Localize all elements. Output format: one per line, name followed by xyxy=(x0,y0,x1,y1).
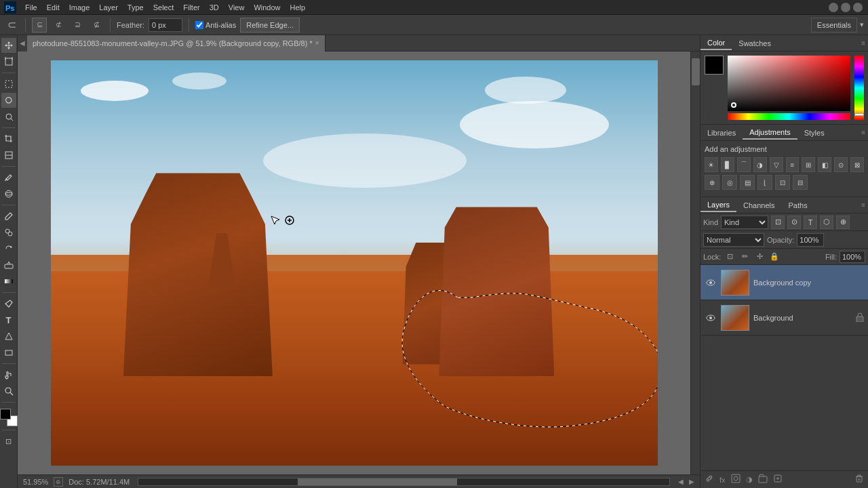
layer-filter-smart[interactable]: ⊕ xyxy=(836,216,850,229)
tool-pen[interactable] xyxy=(1,296,16,311)
layer-mask-button[interactable] xyxy=(731,474,741,485)
color-swatches-widget[interactable] xyxy=(0,409,18,426)
tool-eyedropper[interactable] xyxy=(1,170,16,185)
menu-3d[interactable]: 3D xyxy=(205,2,224,13)
menu-window[interactable]: Window xyxy=(249,2,285,13)
document-tab-close[interactable]: × xyxy=(315,39,319,47)
feather-input[interactable] xyxy=(149,18,182,32)
layer-visibility-background[interactable] xyxy=(705,312,717,324)
adj-brightness-contrast[interactable]: ☀ xyxy=(705,157,718,172)
adj-bw[interactable]: ◧ xyxy=(818,157,831,172)
tool-gradient[interactable] xyxy=(1,274,16,289)
tool-screen-mode[interactable]: ⊡ xyxy=(1,434,16,449)
tool-slice[interactable] xyxy=(1,148,16,163)
close-button[interactable] xyxy=(853,3,863,12)
menu-view[interactable]: View xyxy=(224,2,250,13)
lasso-variant-4[interactable]: ⊈ xyxy=(89,18,104,33)
tool-brush[interactable] xyxy=(1,209,16,224)
anti-alias-checkbox[interactable] xyxy=(195,21,203,29)
tool-lasso[interactable] xyxy=(1,93,16,108)
foreground-color-swatch[interactable] xyxy=(0,409,11,420)
color-hue-slider[interactable] xyxy=(728,113,850,120)
lock-all-icon[interactable]: 🔒 xyxy=(768,251,781,263)
layer-delete-button[interactable] xyxy=(854,474,864,485)
lasso-variant-1[interactable]: ⊆ xyxy=(32,18,47,33)
canvas-vertical-scrollbar[interactable] xyxy=(690,52,700,474)
color-hue-bar-vertical[interactable] xyxy=(854,56,864,120)
tool-quick-select[interactable] xyxy=(1,109,16,124)
active-color-swatch[interactable] xyxy=(705,56,724,75)
layer-filter-pixel[interactable]: ⊡ xyxy=(771,216,785,229)
color-gradient-picker[interactable] xyxy=(728,56,850,111)
lasso-variant-3[interactable]: ⊇ xyxy=(70,18,85,33)
tab-paths[interactable]: Paths xyxy=(782,199,814,211)
tool-clone-stamp[interactable] xyxy=(1,225,16,240)
layer-fx-button[interactable]: fx xyxy=(719,476,726,484)
layers-kind-select[interactable]: Kind xyxy=(721,216,768,229)
adj-color-lookup[interactable]: ⊕ xyxy=(705,175,719,190)
canvas-wrapper[interactable] xyxy=(18,52,690,474)
tool-zoom[interactable] xyxy=(1,384,16,399)
layer-item-background-copy[interactable]: Background copy xyxy=(701,265,868,300)
lock-move-icon[interactable]: ✢ xyxy=(753,251,766,263)
adj-photo-filter[interactable]: ⊙ xyxy=(834,157,848,172)
tool-move[interactable] xyxy=(1,38,16,53)
layer-adj-button[interactable]: ◑ xyxy=(746,475,753,484)
tab-adjustments[interactable]: Adjustments xyxy=(743,126,797,140)
tool-crop[interactable] xyxy=(1,131,16,146)
lasso-variant-2[interactable]: ⊄ xyxy=(51,18,66,33)
adj-levels[interactable]: ▊ xyxy=(721,157,734,172)
layer-new-button[interactable] xyxy=(773,474,783,485)
canvas-horizontal-scrollbar[interactable] xyxy=(138,478,670,486)
refine-edge-button[interactable]: Refine Edge... xyxy=(240,18,300,33)
scroll-arrow-left[interactable]: ◀ xyxy=(678,478,684,485)
adj-panel-options[interactable]: ≡ xyxy=(861,129,868,136)
layer-group-button[interactable] xyxy=(758,474,768,485)
layer-filter-text[interactable]: T xyxy=(804,216,817,229)
document-tab[interactable]: photodune-8551083-monument-valley-m.JPG … xyxy=(27,35,326,52)
layer-visibility-background-copy[interactable] xyxy=(705,277,717,289)
menu-type[interactable]: Type xyxy=(123,2,149,13)
hue-slider-handle[interactable] xyxy=(854,113,864,116)
tab-libraries[interactable]: Libraries xyxy=(701,127,743,139)
maximize-button[interactable] xyxy=(841,3,850,12)
layers-panel-options[interactable]: ≡ xyxy=(861,201,868,209)
adj-vibrance[interactable]: ▽ xyxy=(770,157,783,172)
tab-color[interactable]: Color xyxy=(701,37,732,50)
tab-channels[interactable]: Channels xyxy=(736,199,781,211)
tool-hand[interactable] xyxy=(1,367,16,382)
fill-input[interactable] xyxy=(840,251,865,263)
anti-alias-checkbox-label[interactable]: Anti-alias xyxy=(195,21,236,29)
menu-image[interactable]: Image xyxy=(64,2,95,13)
minimize-button[interactable] xyxy=(829,3,838,12)
tool-path-select[interactable] xyxy=(1,329,16,344)
workspace-dropdown-icon[interactable]: ▾ xyxy=(860,20,864,29)
color-picker-handle[interactable] xyxy=(731,102,736,108)
adj-threshold[interactable]: ⌊ xyxy=(757,175,772,190)
menu-select[interactable]: Select xyxy=(149,2,179,13)
lock-pixels-icon[interactable]: ⊡ xyxy=(724,251,736,263)
layer-item-background[interactable]: Background xyxy=(701,300,868,336)
adj-channel-mixer[interactable]: ⊠ xyxy=(850,157,864,172)
adj-selective-color[interactable]: ⊟ xyxy=(793,175,808,190)
tab-swatches[interactable]: Swatches xyxy=(732,37,778,49)
tool-shape[interactable] xyxy=(1,345,16,360)
adj-invert[interactable]: ◎ xyxy=(722,175,737,190)
tab-styles[interactable]: Styles xyxy=(797,127,831,139)
canvas-scrollbar-thumb[interactable] xyxy=(692,58,700,85)
tool-artboard[interactable] xyxy=(1,54,16,69)
lock-position-icon[interactable]: ✏ xyxy=(738,251,751,263)
adj-exposure[interactable]: ◑ xyxy=(753,157,767,172)
adj-gradient-map[interactable]: ⊡ xyxy=(775,175,790,190)
layer-filter-shape[interactable]: ⬡ xyxy=(820,216,833,229)
workspace-button[interactable]: Essentials xyxy=(811,18,857,33)
tab-layers[interactable]: Layers xyxy=(701,199,736,212)
adj-curves[interactable]: ⌒ xyxy=(737,157,751,172)
blend-mode-select[interactable]: Normal xyxy=(703,233,764,247)
tool-history-brush[interactable] xyxy=(1,241,16,256)
tool-eraser[interactable] xyxy=(1,258,16,272)
color-panel-options[interactable]: ≡ xyxy=(861,39,868,47)
menu-edit[interactable]: Edit xyxy=(42,2,64,13)
menu-help[interactable]: Help xyxy=(285,2,311,13)
tool-3d-material[interactable] xyxy=(1,186,16,201)
